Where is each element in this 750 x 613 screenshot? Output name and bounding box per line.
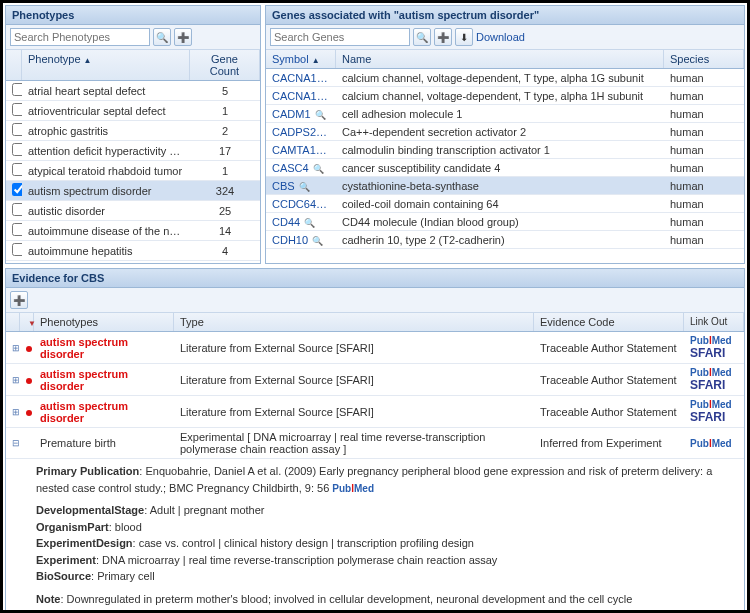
col-gene-count[interactable]: Gene Count [190,50,260,80]
gene-symbol[interactable]: CACNA1G🔍 [266,70,336,86]
gene-species: human [664,106,744,122]
phenotype-checkbox[interactable] [12,163,22,176]
col-link-out[interactable]: Link Out [684,313,744,331]
gene-species: human [664,232,744,248]
phenotype-checkbox[interactable] [12,143,22,156]
magnify-icon[interactable]: 🔍 [315,110,326,120]
add-icon[interactable]: ➕ [174,28,192,46]
phenotype-row[interactable]: autism spectrum disorder324 [6,181,260,201]
gene-symbol[interactable]: CADM1🔍 [266,106,336,122]
search-icon[interactable]: 🔍 [153,28,171,46]
evidence-code: Traceable Author Statement [534,339,684,357]
gene-symbol[interactable]: CD44🔍 [266,214,336,230]
phenotype-row[interactable]: autistic disorder25 [6,201,260,221]
pubmed-link[interactable]: PublMed [332,483,374,494]
gene-symbol[interactable]: CBS🔍 [266,178,336,194]
gene-symbol[interactable]: CACNA1H🔍 [266,88,336,104]
gene-row[interactable]: CD44🔍CD44 molecule (Indian blood group)h… [266,213,744,231]
gene-name: cancer susceptibility candidate 4 [336,160,664,176]
magnify-icon[interactable]: 🔍 [313,164,324,174]
magnify-icon[interactable]: 🔍 [329,74,336,84]
col-name[interactable]: Name [336,50,664,68]
phenotype-checkbox[interactable] [12,203,22,216]
pubmed-link[interactable]: PublMed [690,399,738,410]
col-evidence-code[interactable]: Evidence Code [534,313,684,331]
gene-species: human [664,142,744,158]
phenotype-checkbox[interactable] [12,223,22,236]
gene-row[interactable]: CADPS2🔍Ca++-dependent secretion activato… [266,123,744,141]
phenotype-checkbox[interactable] [12,103,22,116]
phenotype-row[interactable]: autoimmune hepatitis4 [6,241,260,261]
gene-symbol[interactable]: CCDC64🔍 [266,196,336,212]
phenotype-count: 14 [190,223,260,239]
gene-symbol[interactable]: CADPS2🔍 [266,124,336,140]
phenotype-row[interactable]: atrophic gastritis2 [6,121,260,141]
phenotype-row[interactable]: autoimmune lymphoproliferative syndr...3 [6,261,260,263]
col-species[interactable]: Species [664,50,744,68]
genes-search-input[interactable] [270,28,410,46]
magnify-icon[interactable]: 🔍 [304,218,315,228]
evidence-code: Traceable Author Statement [534,403,684,421]
pubmed-link[interactable]: PublMed [690,438,738,449]
expand-icon[interactable]: ⊞ [6,404,20,420]
gene-row[interactable]: CCDC64🔍coiled-coil domain containing 64h… [266,195,744,213]
pubmed-link[interactable]: PublMed [690,367,738,378]
magnify-icon[interactable]: 🔍 [299,182,310,192]
magnify-icon[interactable]: 🔍 [320,200,331,210]
phenotype-count: 1 [190,163,260,179]
expand-icon[interactable]: ⊞ [6,372,20,388]
gene-symbol[interactable]: CASC4🔍 [266,160,336,176]
phenotype-row[interactable]: atrioventricular septal defect1 [6,101,260,121]
phenotype-row[interactable]: autoimmune disease of the nervous sy...1… [6,221,260,241]
gene-row[interactable]: CAMTA1🔍calmodulin binding transcription … [266,141,744,159]
magnify-icon[interactable]: 🔍 [320,146,331,156]
phenotype-row[interactable]: atypical teratoid rhabdoid tumor1 [6,161,260,181]
add-icon[interactable]: ➕ [434,28,452,46]
gene-symbol[interactable]: CAMTA1🔍 [266,142,336,158]
phenotype-checkbox[interactable] [12,123,22,136]
phenotype-row[interactable]: attention deficit hyperactivity disorder… [6,141,260,161]
gene-row[interactable]: CASC4🔍cancer susceptibility candidate 4h… [266,159,744,177]
expand-icon[interactable]: ⊟ [6,435,20,451]
magnify-icon[interactable]: 🔍 [320,128,331,138]
gene-row[interactable]: CDH10🔍cadherin 10, type 2 (T2-cadherin)h… [266,231,744,249]
evidence-type: Literature from External Source [SFARI] [174,339,534,357]
add-icon[interactable]: ➕ [10,291,28,309]
expand-icon[interactable]: ⊞ [6,340,20,356]
download-link[interactable]: Download [476,31,525,43]
phenotype-count: 4 [190,243,260,259]
gene-symbol[interactable]: CDH22🔍 [266,250,336,252]
evidence-row: ⊞autism spectrum disorderLiterature from… [6,364,744,396]
phenotypes-search-input[interactable] [10,28,150,46]
sfari-link[interactable]: SFARI [690,378,738,392]
gene-row[interactable]: CACNA1H🔍calcium channel, voltage-depende… [266,87,744,105]
sfari-link[interactable]: SFARI [690,346,738,360]
gene-species: human [664,160,744,176]
download-icon[interactable]: ⬇ [455,28,473,46]
sfari-link[interactable]: SFARI [690,410,738,424]
gene-row[interactable]: CDH22🔍cadherin 22, type 2human [266,249,744,251]
gene-row[interactable]: CBS🔍cystathionine-beta-synthasehuman [266,177,744,195]
col-symbol[interactable]: Symbol▲ [266,50,336,68]
col-dot-sort[interactable]: ▼ [20,313,34,331]
evidence-column-header: ▼ Phenotypes Type Evidence Code Link Out [6,313,744,332]
phenotype-count: 324 [190,183,260,199]
phenotype-checkbox[interactable] [12,83,22,96]
dot-indicator [20,339,34,357]
search-icon[interactable]: 🔍 [413,28,431,46]
gene-name: CD44 molecule (Indian blood group) [336,214,664,230]
magnify-icon[interactable]: 🔍 [312,236,323,246]
phenotype-row[interactable]: atrial heart septal defect5 [6,81,260,101]
gene-row[interactable]: CADM1🔍cell adhesion molecule 1human [266,105,744,123]
col-type[interactable]: Type [174,313,534,331]
phenotype-checkbox[interactable] [12,243,22,256]
gene-symbol[interactable]: CDH10🔍 [266,232,336,248]
evidence-code: Traceable Author Statement [534,371,684,389]
phenotype-checkbox[interactable] [12,183,22,196]
gene-row[interactable]: CACNA1G🔍calcium channel, voltage-depende… [266,69,744,87]
col-phenotype[interactable]: Phenotype▲ [22,50,190,80]
pubmed-link[interactable]: PublMed [690,335,738,346]
magnify-icon[interactable]: 🔍 [329,92,336,102]
dot-indicator [20,371,34,389]
col-phenotypes[interactable]: Phenotypes [34,313,174,331]
